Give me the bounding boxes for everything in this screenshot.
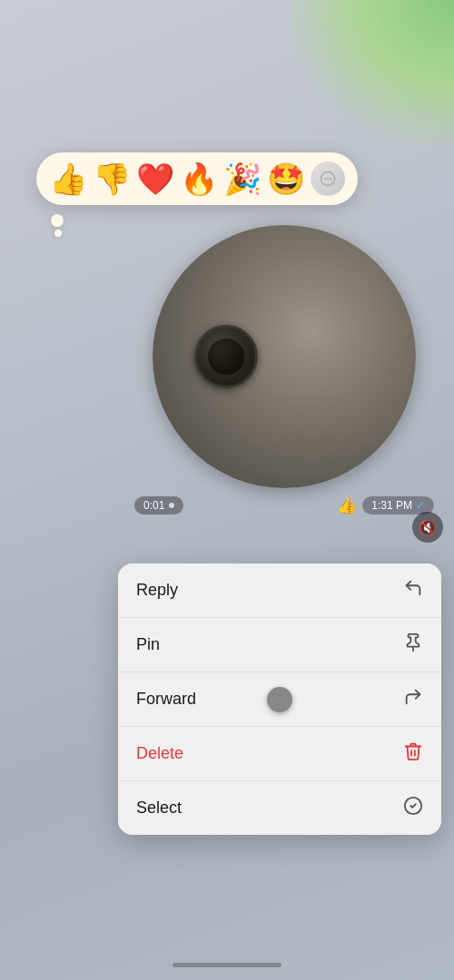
mute-button[interactable]: 🔇 [412, 512, 443, 543]
delete-label: Delete [136, 744, 183, 763]
bubble-tail [51, 214, 64, 237]
bubble-tail-dot-large [51, 214, 64, 227]
video-message-bubble[interactable] [153, 225, 416, 488]
duration-text: 0:01 [143, 499, 164, 512]
svg-point-3 [330, 178, 331, 180]
mute-icon: 🔇 [419, 519, 437, 536]
select-icon [403, 796, 423, 820]
menu-item-reply[interactable]: Reply [118, 564, 441, 618]
reaction-fire[interactable]: 🔥 [180, 163, 218, 194]
reaction-thumbs-up-meta: 👍 [337, 495, 357, 515]
menu-item-pin[interactable]: Pin [118, 618, 441, 672]
reaction-thumbs-up[interactable]: 👍 [49, 163, 87, 194]
camera-lens [194, 325, 258, 388]
forward-toggle-indicator [267, 687, 292, 712]
svg-point-1 [324, 178, 326, 180]
reaction-heart[interactable]: ❤️ [136, 163, 174, 194]
message-area: 🔇 0:01 👍 1:31 PM ✓ [127, 225, 441, 515]
bubble-tail-dot-small [54, 230, 62, 237]
camera-lens-inner [208, 338, 244, 375]
reply-label: Reply [136, 581, 178, 600]
delete-icon [403, 741, 423, 766]
context-menu: Reply Pin Forward Delete [118, 564, 441, 835]
duration-badge: 0:01 [134, 496, 183, 514]
read-check-icon: ✓ [416, 499, 425, 512]
pin-icon [403, 632, 423, 657]
timestamp-text: 1:31 PM [371, 499, 412, 512]
home-indicator [173, 963, 281, 967]
forward-label: Forward [136, 690, 196, 709]
menu-item-select[interactable]: Select [118, 781, 441, 835]
select-label: Select [136, 799, 182, 818]
message-metadata: 0:01 👍 1:31 PM ✓ [127, 495, 441, 515]
duration-dot [169, 503, 174, 508]
reaction-more-button[interactable] [311, 162, 345, 196]
menu-item-forward[interactable]: Forward [118, 672, 441, 727]
emoji-reaction-bar: 👍 👎 ❤️ 🔥 🎉 🤩 [36, 152, 358, 205]
forward-icon [403, 687, 423, 711]
reaction-party[interactable]: 🎉 [223, 163, 262, 194]
reply-icon [403, 578, 423, 603]
background-green-accent [291, 0, 454, 145]
svg-point-2 [327, 178, 329, 180]
menu-item-delete[interactable]: Delete [118, 727, 441, 781]
pin-label: Pin [136, 635, 160, 654]
reaction-thumbs-down[interactable]: 👎 [93, 163, 131, 194]
reaction-star-struck[interactable]: 🤩 [267, 163, 305, 194]
